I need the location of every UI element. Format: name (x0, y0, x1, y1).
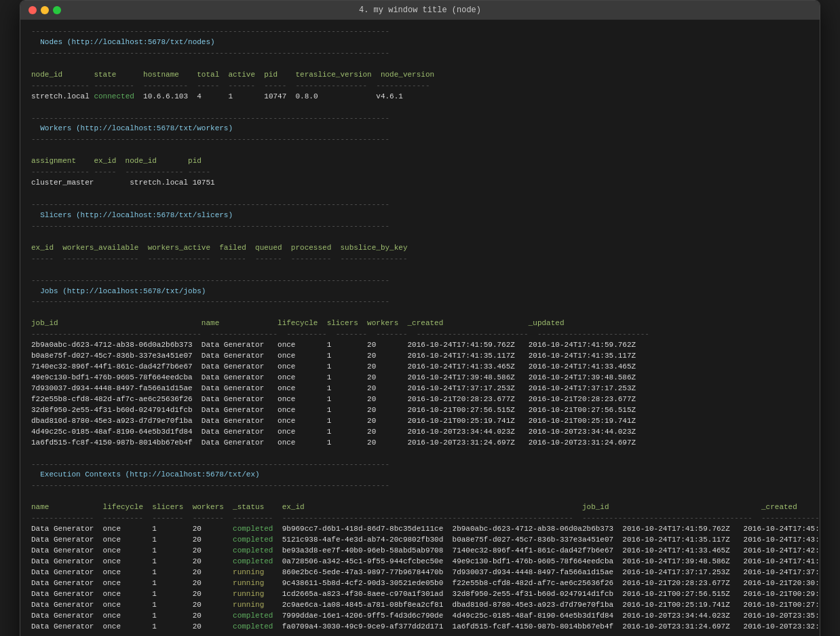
terminal-window: 4. my window title (node) --------------… (20, 0, 820, 636)
window-title: 4. my window title (node) (359, 5, 481, 15)
maximize-button[interactable] (53, 6, 61, 14)
titlebar: 4. my window title (node) (20, 1, 820, 20)
terminal-body[interactable]: ----------------------------------------… (20, 20, 820, 636)
traffic-lights (28, 6, 61, 14)
minimize-button[interactable] (41, 6, 49, 14)
close-button[interactable] (28, 6, 37, 14)
